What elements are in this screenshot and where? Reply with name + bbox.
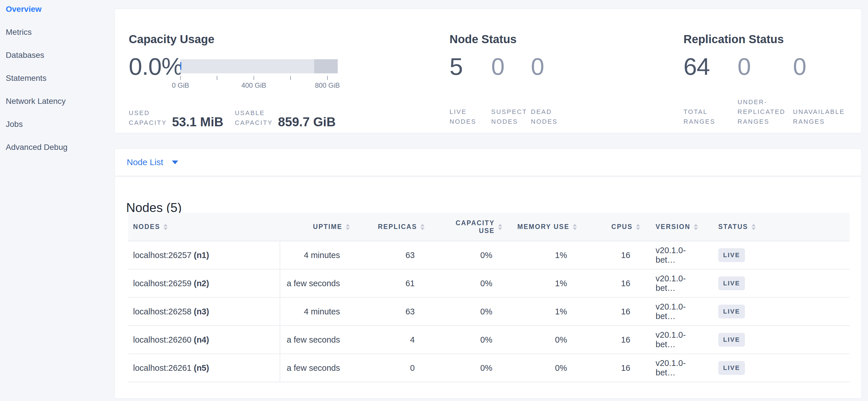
column-header-memory-use[interactable]: MEMORY USE (506, 213, 581, 241)
status-cell: LIVE (705, 297, 849, 326)
suspect-nodes-label: SUSPECT NODES (491, 107, 527, 126)
cluster-summary-card: Capacity Usage 0.0% 0 GiB 400 GiB 800 Gi… (114, 9, 862, 133)
version-cell: v20.1.0-bet… (644, 297, 705, 326)
version-cell: v20.1.0-bet… (644, 241, 705, 269)
capacity-usage-percent: 0.0% (129, 52, 183, 81)
table-row: localhost:26260 (n4) a few seconds 4 0% … (128, 326, 849, 354)
capacity-bar-used-segment (180, 62, 181, 70)
under-replicated-ranges-count: 0 (738, 52, 751, 81)
usable-capacity-label: USABLE CAPACITY (235, 108, 273, 128)
node-address-cell[interactable]: localhost:26260 (n4) (128, 326, 280, 354)
capacity-use-cell: 0% (429, 297, 506, 326)
column-header-label: CPUS (611, 223, 632, 231)
nodes-table-card: Nodes (5) NODES UPTIME REPLICAS (114, 176, 862, 399)
uptime-cell: a few seconds (280, 269, 354, 297)
table-row: localhost:26257 (n1) 4 minutes 63 0% 1% … (128, 241, 849, 269)
column-header-nodes[interactable]: NODES (128, 213, 280, 241)
cpus-cell: 16 (581, 354, 644, 382)
replicas-cell: 61 (354, 269, 429, 297)
under-replicated-ranges-label: UNDER- REPLICATED RANGES (738, 97, 785, 126)
sidebar-item-advanced-debug[interactable]: Advanced Debug (6, 141, 67, 153)
memory-use-cell: 0% (506, 354, 581, 382)
sidebar-nav: Overview Metrics Databases Statements Ne… (0, 0, 114, 401)
uptime-cell: a few seconds (280, 354, 354, 382)
node-address-cell[interactable]: localhost:26259 (n2) (128, 269, 280, 297)
suspect-nodes-count: 0 (491, 52, 504, 81)
dead-nodes-label: DEAD NODES (531, 107, 558, 126)
column-header-cpus[interactable]: CPUS (581, 213, 644, 241)
node-id: (n3) (194, 307, 209, 316)
unavailable-ranges-count: 0 (793, 52, 806, 81)
column-header-label: NODES (133, 223, 160, 231)
column-header-uptime[interactable]: UPTIME (280, 213, 354, 241)
status-badge: LIVE (718, 305, 745, 318)
capacity-bar-other-segment (314, 59, 338, 74)
sort-icon (573, 224, 577, 230)
capacity-use-cell: 0% (429, 354, 506, 382)
capacity-axis-label: 0 GiB (172, 81, 189, 89)
cpus-cell: 16 (581, 326, 644, 354)
status-cell: LIVE (705, 241, 849, 269)
sidebar-item-databases[interactable]: Databases (6, 49, 44, 62)
replicas-cell: 63 (354, 241, 429, 269)
sidebar-item-metrics[interactable]: Metrics (6, 26, 32, 38)
column-header-capacity-use[interactable]: CAPACITY USE (429, 213, 506, 241)
live-nodes-label: LIVE NODES (450, 107, 476, 126)
capacity-axis-label: 400 GiB (242, 81, 267, 89)
replicas-cell: 0 (354, 354, 429, 382)
total-ranges-label: TOTAL RANGES (683, 107, 715, 126)
column-header-label: UPTIME (313, 223, 342, 231)
capacity-axis-tick (253, 76, 254, 80)
capacity-axis-tick (180, 76, 181, 80)
node-address[interactable]: localhost:26259 (133, 279, 191, 288)
column-header-label: VERSION (656, 223, 690, 231)
node-address-cell[interactable]: localhost:26257 (n1) (128, 241, 280, 269)
memory-use-cell: 0% (506, 326, 581, 354)
column-header-status[interactable]: STATUS (705, 213, 849, 241)
capacity-stats: USED CAPACITY 53.1 MiB USABLE CAPACITY 8… (129, 108, 347, 128)
used-capacity-label: USED CAPACITY (129, 108, 167, 128)
sort-icon (636, 224, 640, 230)
sidebar-item-statements[interactable]: Statements (6, 72, 46, 85)
table-row: localhost:26259 (n2) a few seconds 61 0%… (128, 269, 849, 297)
dead-nodes-count: 0 (531, 52, 544, 81)
node-address[interactable]: localhost:26257 (133, 251, 191, 260)
node-status-title: Node Status (450, 33, 517, 46)
node-address[interactable]: localhost:26258 (133, 307, 191, 316)
live-nodes-count: 5 (450, 52, 463, 81)
used-capacity-value: 53.1 MiB (172, 115, 223, 129)
sort-icon (498, 224, 502, 230)
node-address[interactable]: localhost:26261 (133, 363, 191, 373)
node-address-cell[interactable]: localhost:26261 (n5) (128, 354, 280, 382)
sidebar-item-network-latency[interactable]: Network Latency (6, 95, 66, 108)
capacity-use-cell: 0% (429, 269, 506, 297)
memory-use-cell: 1% (506, 269, 581, 297)
chevron-down-icon (172, 161, 178, 164)
capacity-usage-bar (180, 59, 338, 74)
node-address-cell[interactable]: localhost:26258 (n3) (128, 297, 280, 326)
memory-use-cell: 1% (506, 241, 581, 269)
node-address[interactable]: localhost:26260 (133, 335, 191, 344)
sidebar-item-jobs[interactable]: Jobs (6, 118, 23, 131)
node-id: (n1) (194, 251, 209, 260)
replicas-cell: 4 (354, 326, 429, 354)
sort-icon (752, 224, 755, 230)
sidebar-item-overview[interactable]: Overview (6, 3, 42, 16)
db-console-overview-page: { "colors": { "accent_blue": "#2a7aff", … (0, 0, 868, 401)
column-header-label: STATUS (718, 223, 748, 231)
unavailable-ranges-label: UNAVAILABLE RANGES (793, 107, 845, 126)
sort-icon (694, 224, 698, 230)
column-header-label: CAPACITY USE (452, 219, 495, 235)
node-list-dropdown[interactable]: Node List (127, 157, 178, 167)
replicas-cell: 63 (354, 297, 429, 326)
status-badge: LIVE (718, 333, 745, 347)
column-header-replicas[interactable]: REPLICAS (354, 213, 429, 241)
uptime-cell: 4 minutes (280, 241, 354, 269)
version-cell: v20.1.0-bet… (644, 354, 705, 382)
capacity-use-cell: 0% (429, 326, 506, 354)
status-badge: LIVE (718, 248, 745, 262)
memory-use-cell: 1% (506, 297, 581, 326)
capacity-axis-tick (290, 76, 291, 80)
column-header-version[interactable]: VERSION (644, 213, 705, 241)
node-list-card: Node List (114, 148, 862, 176)
